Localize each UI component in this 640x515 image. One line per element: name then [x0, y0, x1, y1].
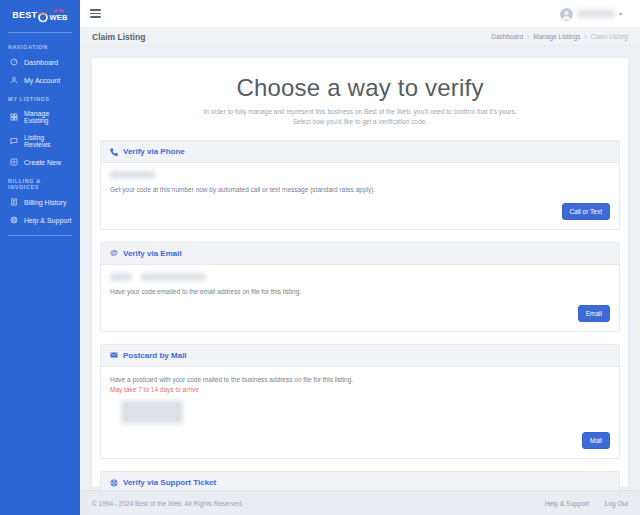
redacted-email-address	[110, 273, 610, 281]
card-postcard-mail-body: Have a postcard with your code mailed to…	[101, 367, 619, 459]
sidebar-section-navigation: NAVIGATION	[0, 37, 80, 53]
card-support-ticket: Verify via Support Ticket Contact Suppor…	[100, 471, 620, 490]
sidebar-item-my-account[interactable]: My Account	[0, 71, 80, 89]
footer-link-help-support[interactable]: Help & Support	[545, 500, 589, 507]
sidebar-item-label: Help & Support	[24, 217, 71, 224]
sidebar-item-label: Manage Existing	[24, 110, 72, 124]
life-ring-icon	[10, 216, 18, 224]
email-button[interactable]: Email	[578, 305, 610, 322]
sidebar-item-dashboard[interactable]: Dashboard	[0, 53, 80, 71]
chevron-down-icon: ▾	[619, 10, 622, 17]
user-icon	[10, 76, 18, 84]
card-verify-phone: Verify via Phone Get your code at this n…	[100, 140, 620, 230]
envelope-icon	[110, 351, 118, 359]
logo-globe-icon	[37, 9, 49, 21]
breadcrumb-manage-listings[interactable]: Manage Listings	[533, 33, 580, 40]
sidebar-divider	[8, 32, 72, 33]
redacted-username	[577, 9, 615, 18]
card-postcard-mail-header: Postcard by Mail	[101, 345, 619, 367]
card-title: Verify via Email	[123, 249, 182, 258]
topbar: ▾	[80, 0, 640, 28]
sidebar-item-manage-existing[interactable]: Manage Existing	[0, 105, 80, 129]
card-verify-email: @ Verify via Email Have your code emaile…	[100, 242, 620, 332]
sidebar-item-label: Billing History	[24, 199, 66, 206]
card-verify-email-header: @ Verify via Email	[101, 243, 619, 265]
verify-panel: Choose a way to verify In order to fully…	[92, 58, 628, 487]
breadcrumb-separator: ›	[585, 33, 587, 40]
card-title: Postcard by Mail	[123, 351, 187, 360]
page-title: Claim Listing	[92, 32, 145, 42]
content-area: Choose a way to verify In order to fully…	[80, 46, 640, 490]
call-or-text-button[interactable]: Call or Text	[562, 203, 610, 220]
card-description: Have a postcard with your code mailed to…	[110, 375, 610, 385]
redacted-business-address	[121, 400, 183, 424]
card-title: Verify via Phone	[123, 147, 185, 156]
sidebar-item-label: Dashboard	[24, 59, 58, 66]
card-description: Have your code emailed to the email addr…	[110, 287, 610, 297]
sidebar: BEST of the WEB NAVIGATION Dashboard My …	[0, 0, 80, 515]
life-ring-icon	[110, 479, 118, 487]
card-verify-email-body: Have your code emailed to the email addr…	[101, 265, 619, 331]
phone-icon	[110, 148, 118, 156]
breadcrumb-separator: ›	[527, 33, 529, 40]
logo-text-web: WEB	[49, 14, 67, 22]
sidebar-item-label: Create New	[24, 159, 61, 166]
main-column: ▾ Claim Listing Dashboard › Manage Listi…	[80, 0, 640, 515]
app-window: BEST of the WEB NAVIGATION Dashboard My …	[0, 0, 640, 515]
delivery-time-note: May take 7 to 14 days to arrive	[110, 386, 610, 393]
mail-button[interactable]: Mail	[582, 432, 610, 449]
hero-subtitle-line2: Select how you'd like to get a verificat…	[100, 117, 620, 127]
sidebar-item-help-support[interactable]: Help & Support	[0, 211, 80, 229]
user-menu[interactable]: ▾	[560, 7, 622, 20]
page-title-bar: Claim Listing Dashboard › Manage Listing…	[80, 28, 640, 46]
avatar	[560, 7, 573, 20]
breadcrumb-current: Claim Listing	[591, 33, 628, 40]
card-postcard-mail: Postcard by Mail Have a postcard with yo…	[100, 344, 620, 460]
card-support-ticket-header: Verify via Support Ticket	[101, 472, 619, 490]
invoice-icon	[10, 198, 18, 206]
sidebar-item-label: Listing Reviews	[24, 134, 72, 148]
card-title: Verify via Support Ticket	[123, 478, 216, 487]
plus-square-icon	[10, 158, 18, 166]
chat-bubble-icon	[10, 137, 18, 145]
grid-icon	[10, 113, 18, 121]
hero-subtitle-line1: In order to fully manage and represent t…	[100, 107, 620, 117]
breadcrumb-dashboard[interactable]: Dashboard	[491, 33, 523, 40]
copyright-text: © 1994 - 2024 Best of the Web. All Right…	[92, 500, 243, 507]
card-verify-phone-body: Get your code at this number now by auto…	[101, 163, 619, 229]
card-description: Get your code at this number now by auto…	[110, 185, 610, 195]
botw-logo[interactable]: BEST of the WEB	[0, 0, 80, 30]
logo-text-best: BEST	[12, 10, 37, 20]
card-verify-phone-header: Verify via Phone	[101, 141, 619, 163]
at-icon: @	[110, 249, 118, 257]
sidebar-item-listing-reviews[interactable]: Listing Reviews	[0, 129, 80, 153]
hero-title: Choose a way to verify	[100, 74, 620, 102]
footer-link-log-out[interactable]: Log Out	[605, 500, 628, 507]
hamburger-menu-icon[interactable]	[90, 9, 101, 18]
sidebar-item-create-new[interactable]: Create New	[0, 153, 80, 171]
sidebar-item-label: My Account	[24, 77, 60, 84]
breadcrumb: Dashboard › Manage Listings › Claim List…	[491, 33, 628, 40]
footer: © 1994 - 2024 Best of the Web. All Right…	[80, 490, 640, 515]
hero-subtitle: In order to fully manage and represent t…	[100, 107, 620, 127]
sidebar-divider	[8, 235, 72, 236]
redacted-phone-number	[110, 171, 155, 179]
sidebar-section-my-listings: MY LISTINGS	[0, 89, 80, 105]
sidebar-section-billing: BILLING & INVOICES	[0, 171, 80, 193]
dashboard-icon	[10, 58, 18, 66]
sidebar-item-billing-history[interactable]: Billing History	[0, 193, 80, 211]
